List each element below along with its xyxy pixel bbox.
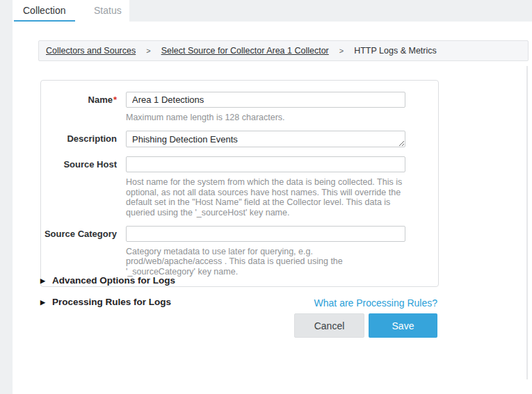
source-category-input[interactable] [126,226,405,242]
tab-status[interactable]: Status [94,5,122,16]
processing-rules-label: Processing Rules for Logs [52,297,171,307]
advanced-options-toggle[interactable]: ▶ Advanced Options for Logs [40,275,175,286]
breadcrumb: Collectors and Sources > Select Source f… [38,40,529,61]
required-asterisk: * [113,95,117,105]
breadcrumb-separator-icon: > [146,47,150,55]
description-label: Description [41,131,117,156]
tab-strip: Collection Status [13,0,129,22]
collapsed-arrow-icon: ▶ [40,298,45,305]
save-button[interactable]: Save [369,313,437,338]
breadcrumb-link-collectors-and-sources[interactable]: Collectors and Sources [46,46,136,56]
breadcrumb-separator-icon: > [339,47,344,55]
name-label-text: Name [88,95,113,105]
action-buttons: Cancel Save [294,313,437,338]
name-row: Name* Maximum name length is 128 charact… [41,92,438,131]
source-host-row: Source Host Host name for the system fro… [41,156,438,226]
source-category-row: Source Category Category metadata to use… [41,226,438,277]
source-host-input[interactable] [126,156,405,172]
top-tab-bar: Collection Status [0,0,532,22]
vertical-scrollbar[interactable] [526,66,528,379]
name-helper-text: Maximum name length is 128 characters. [126,113,405,122]
name-label: Name* [41,92,117,131]
source-category-helper-text: Category metadata to use later for query… [126,247,405,277]
processing-rules-toggle[interactable]: ▶ Processing Rules for Logs [40,297,171,307]
name-input[interactable] [126,92,405,108]
what-are-processing-rules-link[interactable]: What are Processing Rules? [314,297,437,309]
source-host-label: Source Host [41,156,117,226]
tab-collection[interactable]: Collection [23,5,65,16]
breadcrumb-current-page: HTTP Logs & Metrics [354,46,437,56]
collapsed-arrow-icon: ▶ [40,277,45,284]
source-category-label: Source Category [41,226,117,277]
breadcrumb-link-select-source[interactable]: Select Source for Collector Area 1 Colle… [161,46,329,56]
cancel-button[interactable]: Cancel [294,313,364,338]
content-area: Collectors and Sources > Select Source f… [13,22,532,394]
advanced-options-label: Advanced Options for Logs [52,275,175,286]
source-config-panel: Name* Maximum name length is 128 charact… [40,80,439,287]
description-textarea[interactable]: Phishing Detection Events [126,131,405,147]
source-host-helper-text: Host name for the system from which the … [126,177,405,217]
description-row: Description Phishing Detection Events [41,131,438,156]
